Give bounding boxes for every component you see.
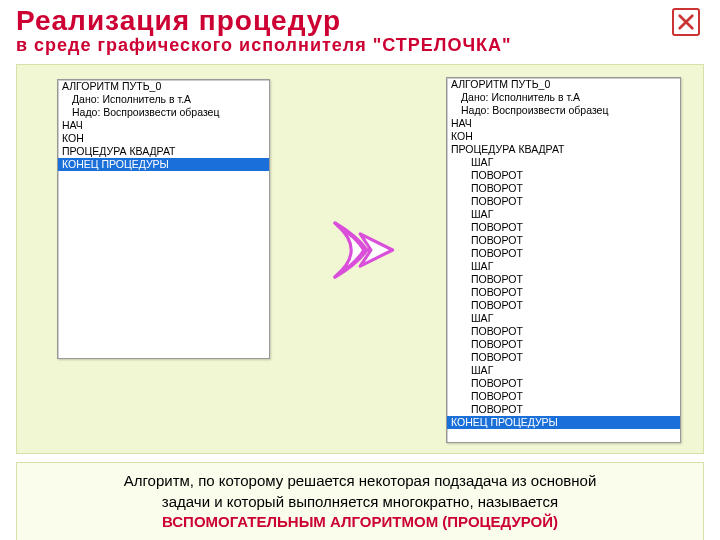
code-line[interactable]: Дано: Исполнитель в т.А <box>447 91 680 104</box>
code-line[interactable]: ПОВОРОТ <box>447 325 680 338</box>
code-line[interactable]: ШАГ <box>447 208 680 221</box>
code-line[interactable]: НАЧ <box>447 117 680 130</box>
main-panel: АЛГОРИТМ ПУТЬ_0Дано: Исполнитель в т.АНа… <box>16 64 704 454</box>
code-line[interactable]: ПОВОРОТ <box>447 377 680 390</box>
code-line[interactable]: Надо: Воспроизвести образец <box>58 106 269 119</box>
code-line[interactable]: ШАГ <box>447 312 680 325</box>
code-listing-left[interactable]: АЛГОРИТМ ПУТЬ_0Дано: Исполнитель в т.АНа… <box>57 79 270 359</box>
code-line[interactable]: АЛГОРИТМ ПУТЬ_0 <box>447 78 680 91</box>
close-icon <box>677 13 695 31</box>
page-subtitle: в среде графического исполнителя "СТРЕЛО… <box>16 35 704 56</box>
definition-emphasis: ВСПОМОГАТЕЛЬНЫМ АЛГОРИТМОМ (ПРОЦЕДУРОЙ) <box>162 513 558 530</box>
code-line[interactable]: ПОВОРОТ <box>447 286 680 299</box>
code-line[interactable]: ПОВОРОТ <box>447 273 680 286</box>
code-line[interactable]: КОН <box>58 132 269 145</box>
definition-text-2: задачи и который выполняется многократно… <box>162 493 558 510</box>
code-line[interactable]: ПОВОРОТ <box>447 234 680 247</box>
code-line[interactable]: ПОВОРОТ <box>447 299 680 312</box>
definition-box: Алгоритм, по которому решается некоторая… <box>16 462 704 540</box>
code-line[interactable]: ПОВОРОТ <box>447 169 680 182</box>
code-line[interactable]: ПОВОРОТ <box>447 351 680 364</box>
code-line[interactable]: ПРОЦЕДУРА КВАДРАТ <box>447 143 680 156</box>
code-line[interactable]: Надо: Воспроизвести образец <box>447 104 680 117</box>
code-line[interactable]: ШАГ <box>447 156 680 169</box>
code-line[interactable]: ПОВОРОТ <box>447 403 680 416</box>
code-line[interactable]: ШАГ <box>447 364 680 377</box>
code-line[interactable]: ПОВОРОТ <box>447 247 680 260</box>
code-line[interactable]: ПОВОРОТ <box>447 338 680 351</box>
code-line[interactable]: ПОВОРОТ <box>447 182 680 195</box>
code-line[interactable]: ПОВОРОТ <box>447 195 680 208</box>
code-line[interactable]: КОНЕЦ ПРОЦЕДУРЫ <box>447 416 680 429</box>
slide-root: Реализация процедур в среде графического… <box>0 0 720 540</box>
definition-text-1: Алгоритм, по которому решается некоторая… <box>124 472 597 489</box>
code-line[interactable]: НАЧ <box>58 119 269 132</box>
code-line[interactable]: ПОВОРОТ <box>447 221 680 234</box>
code-line[interactable]: КОНЕЦ ПРОЦЕДУРЫ <box>58 158 269 171</box>
arrow-icon <box>317 205 407 295</box>
code-listing-right[interactable]: АЛГОРИТМ ПУТЬ_0Дано: Исполнитель в т.АНа… <box>446 77 681 443</box>
code-line[interactable]: Дано: Исполнитель в т.А <box>58 93 269 106</box>
code-line[interactable]: ШАГ <box>447 260 680 273</box>
code-line[interactable]: ПОВОРОТ <box>447 390 680 403</box>
code-line[interactable]: АЛГОРИТМ ПУТЬ_0 <box>58 80 269 93</box>
page-title: Реализация процедур <box>16 6 704 35</box>
code-line[interactable]: КОН <box>447 130 680 143</box>
code-line[interactable]: ПРОЦЕДУРА КВАДРАТ <box>58 145 269 158</box>
close-button[interactable] <box>672 8 700 36</box>
